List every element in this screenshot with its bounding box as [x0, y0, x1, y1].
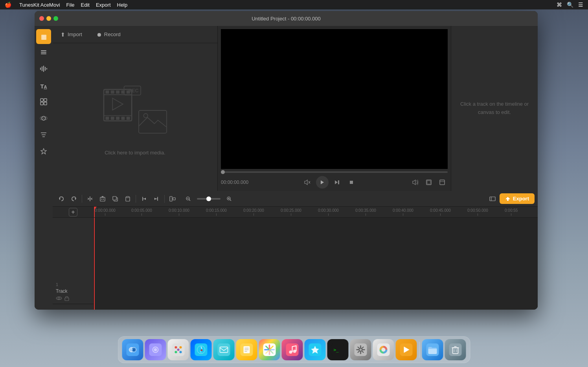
media-panel: ⬆ Import ⏺ Record — [53, 26, 218, 191]
sidebar-item-audio[interactable] — [36, 62, 51, 77]
minimize-button[interactable] — [46, 16, 51, 21]
cast-icon[interactable]: ⌘ — [557, 2, 562, 8]
svg-marker-64 — [144, 198, 146, 200]
dock-separator — [419, 342, 420, 358]
trim-end-button[interactable] — [151, 193, 162, 204]
svg-point-119 — [360, 349, 362, 351]
sidebar-item-text[interactable]: TA — [36, 79, 51, 94]
sidebar-item-effects[interactable] — [36, 112, 51, 127]
maximize-button[interactable] — [53, 16, 58, 21]
dock-item-terminal[interactable]: >_ — [327, 339, 349, 360]
delete-button[interactable] — [97, 193, 108, 204]
trim-start-button[interactable] — [138, 193, 149, 204]
preview-timecode: 00:00:00.000 — [221, 180, 248, 185]
dock-item-downloads[interactable] — [422, 339, 443, 360]
sidebar-item-filters[interactable] — [36, 128, 51, 143]
menubar-file[interactable]: File — [66, 2, 75, 8]
sidebar-item-stickers[interactable] — [36, 145, 51, 160]
dock-item-trash[interactable] — [445, 339, 466, 360]
redo-button[interactable] — [68, 193, 79, 204]
play-button[interactable] — [316, 176, 329, 189]
svg-marker-79 — [505, 197, 510, 201]
svg-rect-9 — [44, 99, 47, 101]
sidebar-item-layers[interactable] — [36, 46, 51, 61]
dock-item-safari[interactable] — [191, 339, 212, 360]
media-body[interactable]: REC Click here to import media. — [53, 43, 217, 191]
ruler-mark-40: 0:00:40.000 — [393, 208, 413, 216]
title-bar: Untitled Project - 00:00:00.000 — [35, 11, 538, 26]
menubar-export[interactable]: Export — [96, 2, 111, 8]
dock-item-prefs[interactable] — [350, 339, 371, 360]
step-forward-button[interactable] — [332, 177, 343, 188]
paste-button[interactable] — [122, 193, 133, 204]
volume-button[interactable] — [410, 177, 421, 188]
menubar-app-name[interactable]: TunesKit AceMovi — [19, 2, 60, 8]
lock-icon[interactable] — [64, 295, 69, 302]
mute-button[interactable] — [302, 177, 313, 188]
add-track-button[interactable]: + — [69, 208, 77, 217]
dock-item-notes[interactable] — [236, 339, 257, 360]
dock-item-launchpad[interactable] — [168, 339, 189, 360]
dock-item-acemovi[interactable] — [396, 339, 417, 360]
preview-progress-handle[interactable] — [221, 170, 225, 174]
menubar-help[interactable]: Help — [117, 2, 128, 8]
dock-item-siri[interactable] — [145, 339, 166, 360]
stop-button[interactable] — [346, 177, 357, 188]
group-button[interactable] — [167, 193, 178, 204]
ruler-mark-0: 0:00:00.000 — [95, 208, 116, 216]
playhead[interactable] — [94, 207, 95, 217]
main-content: ⬆ Import ⏺ Record — [53, 26, 538, 310]
tab-import[interactable]: ⬆ Import — [57, 30, 85, 39]
dock-item-photos[interactable] — [259, 339, 280, 360]
export-button[interactable]: Export — [500, 193, 535, 204]
preview-progress-bar[interactable] — [221, 171, 448, 173]
zoom-in-button[interactable] — [224, 193, 235, 204]
tab-record[interactable]: ⏺ Record — [93, 30, 124, 39]
undo-button[interactable] — [56, 193, 67, 204]
zoom-slider-handle[interactable] — [206, 196, 211, 201]
dock-item-finder[interactable] — [122, 339, 143, 360]
svg-rect-0 — [41, 50, 46, 51]
svg-point-96 — [180, 351, 182, 353]
dock-item-daisydisk[interactable] — [373, 339, 394, 360]
menubar-right-icons: ⌘ 🔍 ☰ — [557, 2, 583, 8]
svg-rect-26 — [105, 117, 109, 120]
timeline-section: Export + 0:00:00.000 — [53, 191, 538, 310]
control-center-icon[interactable]: ☰ — [578, 2, 583, 8]
svg-marker-67 — [154, 198, 156, 200]
sidebar-item-transitions[interactable] — [36, 95, 51, 110]
zoom-slider[interactable] — [197, 198, 220, 200]
filters-icon — [40, 131, 47, 140]
zoom-out-button[interactable] — [183, 193, 194, 204]
fullscreen-button[interactable] — [437, 177, 448, 188]
fit-screen-button[interactable] — [423, 177, 434, 188]
timeline-settings-button[interactable] — [487, 193, 498, 204]
svg-rect-22 — [110, 90, 114, 94]
svg-point-97 — [177, 349, 180, 351]
media-tabs: ⬆ Import ⏺ Record — [53, 26, 217, 43]
track-name: Track — [56, 288, 90, 294]
import-tab-icon: ⬆ — [61, 31, 65, 38]
top-section: ⬆ Import ⏺ Record — [53, 26, 538, 191]
app-window: Untitled Project - 00:00:00.000 ▦ — [35, 11, 538, 310]
svg-line-50 — [88, 199, 89, 200]
svg-point-35 — [143, 114, 148, 118]
apple-menu[interactable]: 🍎 — [5, 2, 11, 8]
search-icon[interactable]: 🔍 — [567, 2, 573, 8]
svg-rect-27 — [110, 117, 114, 120]
timeline-ruler-marks: 0:00:00.000 0:00:05.000 0:00:10.000 — [94, 207, 538, 217]
eye-icon[interactable] — [56, 296, 62, 302]
close-button[interactable] — [39, 16, 44, 21]
split-button[interactable] — [85, 193, 96, 204]
layers-icon — [40, 49, 47, 57]
sidebar-item-media[interactable]: ▦ — [36, 29, 51, 44]
svg-rect-23 — [116, 90, 119, 94]
dock-item-mail[interactable] — [213, 339, 235, 360]
copy-button[interactable] — [110, 193, 121, 204]
menubar-edit[interactable]: Edit — [81, 2, 90, 8]
dock-item-music[interactable] — [282, 339, 303, 360]
svg-point-95 — [175, 351, 177, 353]
timeline-ruler-left: + — [53, 207, 94, 217]
svg-line-52 — [91, 199, 92, 200]
dock-item-appstore[interactable] — [305, 339, 326, 360]
